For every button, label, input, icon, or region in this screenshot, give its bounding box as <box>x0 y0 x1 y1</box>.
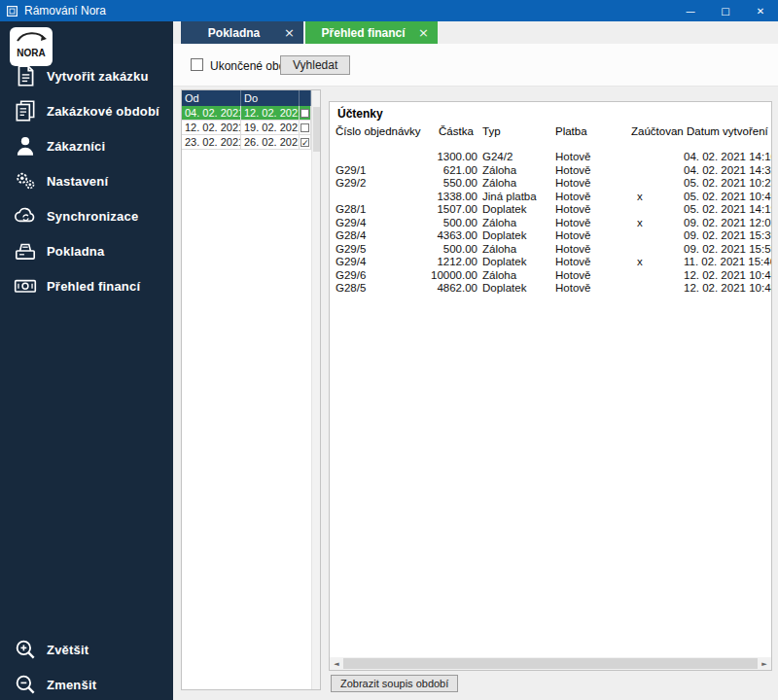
receipt-payment: Hotově <box>553 177 627 191</box>
tab-close-icon[interactable]: × <box>284 25 295 40</box>
receipt-type: Záloha <box>477 243 553 257</box>
sidebar-menu: Vytvořit zakázkuZakázkové obdobíZákazníc… <box>0 58 173 303</box>
receipt-row[interactable]: G29/4500.00ZálohaHotověx09. 02. 2021 12:… <box>330 217 771 230</box>
scroll-thumb[interactable] <box>343 658 758 669</box>
receipt-type: Doplatek <box>477 256 553 269</box>
tab-label: Pokladna <box>190 26 278 40</box>
zoom-in-icon <box>13 637 38 662</box>
receipt-type: G24/2 <box>477 151 553 164</box>
receipt-row[interactable]: 1338.00Jiná platbaHotověx05. 02. 2021 10… <box>330 191 771 204</box>
receipts-column-header-4[interactable]: Platba <box>553 125 627 137</box>
sidebar-item-pokladna[interactable]: Pokladna <box>0 233 173 268</box>
receipt-payment: Hotově <box>553 256 627 269</box>
titlebar: Rámování Nora — □ ✕ <box>0 0 778 21</box>
receipts-column-header-6[interactable]: Datum vytvoření <box>684 125 771 137</box>
receipt-row[interactable]: 1300.00G24/2Hotově04. 02. 2021 14:10 <box>330 151 771 164</box>
receipt-posted <box>627 243 684 257</box>
receipt-posted <box>627 229 684 243</box>
receipt-row[interactable]: G29/41212.00DoplatekHotověx11. 02. 2021 … <box>330 256 771 269</box>
tab-close-icon[interactable]: × <box>418 25 429 40</box>
sidebar-item-zakaznici[interactable]: Zákazníci <box>0 128 173 163</box>
receipt-order-number <box>330 151 427 164</box>
period-check-cell <box>300 106 311 120</box>
receipt-created: 11. 02. 2021 15:46 <box>684 256 771 269</box>
receipt-amount: 1338.00 <box>427 191 477 204</box>
sidebar-zoom-menu: ZvětšitZmenšit <box>0 632 173 700</box>
receipt-amount: 1507.00 <box>427 203 477 217</box>
receipt-order-number: G29/5 <box>330 243 427 257</box>
tab-prehled-financi[interactable]: Přehled financí × <box>305 21 438 44</box>
periods-vscrollbar[interactable] <box>311 90 320 689</box>
period-od: 23. 02. 2021 <box>182 135 241 149</box>
period-checkbox[interactable] <box>301 123 309 132</box>
sidebar-item-prehled-financi[interactable]: Přehled financí <box>0 268 173 303</box>
receipts-hscrollbar[interactable]: ◄ ► <box>330 657 771 670</box>
app-window: Rámování Nora — □ ✕ NORA Vytvořit zakázk… <box>0 0 778 700</box>
receipt-row[interactable]: G28/54862.00DoplatekHotově12. 02. 2021 1… <box>330 282 771 296</box>
receipts-header: Číslo objednávkyČástkaTypPlatbaZaúčtovan… <box>330 125 771 137</box>
period-checkbox[interactable]: ✓ <box>301 138 309 147</box>
sidebar-item-label: Pokladna <box>47 244 104 259</box>
receipts-panel: Účtenky Číslo objednávkyČástkaTypPlatbaZ… <box>329 101 772 671</box>
receipt-order-number <box>330 191 427 204</box>
finance-icon <box>13 273 38 298</box>
window-controls: — □ ✕ <box>673 0 778 21</box>
close-button[interactable]: ✕ <box>743 0 778 21</box>
search-button[interactable]: Vyhledat <box>280 55 350 75</box>
receipt-row[interactable]: G28/11507.00DoplatekHotově05. 02. 2021 1… <box>330 203 771 217</box>
minimize-button[interactable]: — <box>673 0 708 21</box>
receipt-row[interactable]: G29/5500.00ZálohaHotově09. 02. 2021 15:5… <box>330 243 771 257</box>
sidebar: NORA Vytvořit zakázkuZakázkové obdobíZák… <box>0 21 173 700</box>
receipts-column-header-2[interactable]: Částka <box>427 125 477 137</box>
sidebar-item-nastaveni[interactable]: Nastavení <box>0 163 173 198</box>
period-row[interactable]: 12. 02. 202119. 02. 2021 <box>182 121 311 135</box>
period-do: 19. 02. 2021 <box>241 121 300 134</box>
receipt-payment: Hotově <box>553 229 627 243</box>
tab-pokladna[interactable]: Pokladna × <box>181 21 303 44</box>
receipts-column-header-1[interactable]: Číslo objednávky <box>330 125 427 137</box>
period-do: 26. 02. 2021 <box>241 135 300 149</box>
periods-header-do[interactable]: Do <box>241 90 300 106</box>
receipt-payment: Hotově <box>553 203 627 217</box>
create-order-icon <box>13 63 38 88</box>
sidebar-item-synchronizace[interactable]: Synchronizace <box>0 198 173 233</box>
period-row[interactable]: 04. 02. 202112. 02. 2021 <box>182 106 311 121</box>
scroll-left-icon[interactable]: ◄ <box>330 657 343 670</box>
scroll-right-icon[interactable]: ► <box>758 657 771 670</box>
receipt-posted: x <box>627 191 684 204</box>
sidebar-item-label: Zakázkové období <box>47 104 159 119</box>
period-checkbox[interactable] <box>301 109 309 118</box>
app-frame-icon <box>6 5 18 18</box>
filter-bar: Ukončené období Vyhledat <box>173 44 778 87</box>
receipt-order-number: G28/1 <box>330 203 427 217</box>
receipt-payment: Hotově <box>553 191 627 204</box>
periods-header-od[interactable]: Od <box>182 90 241 106</box>
show-period-summary-button[interactable]: Zobrazit soupis období <box>331 675 458 692</box>
sidebar-item-zakazkove-obdobi[interactable]: Zakázkové období <box>0 93 173 128</box>
finished-period-checkbox[interactable] <box>191 58 203 71</box>
period-row[interactable]: 23. 02. 202126. 02. 2021✓ <box>182 135 311 150</box>
sidebar-item-label: Zvětšit <box>47 643 88 657</box>
receipt-payment: Hotově <box>553 269 627 283</box>
receipt-posted: x <box>627 217 684 230</box>
period-check-cell <box>300 121 311 134</box>
receipt-row[interactable]: G29/1621.00ZálohaHotově04. 02. 2021 14:3… <box>330 164 771 178</box>
sidebar-item-zmensit[interactable]: Zmenšit <box>0 667 173 700</box>
maximize-button[interactable]: □ <box>708 0 743 21</box>
receipt-type: Doplatek <box>477 282 553 296</box>
settings-icon <box>13 168 38 193</box>
period-check-cell: ✓ <box>300 135 311 149</box>
receipt-type: Záloha <box>477 164 553 178</box>
receipt-amount: 500.00 <box>427 243 477 257</box>
receipts-column-header-3[interactable]: Typ <box>477 125 553 137</box>
zoom-out-icon <box>13 672 38 697</box>
receipts-column-header-5[interactable]: Zaúčtovaná <box>627 125 684 137</box>
receipt-order-number: G29/4 <box>330 217 427 230</box>
receipt-row[interactable]: G28/44363.00DoplatekHotově09. 02. 2021 1… <box>330 229 771 243</box>
receipt-order-number: G29/2 <box>330 177 427 191</box>
receipt-row[interactable]: G29/610000.00ZálohaHotově12. 02. 2021 10… <box>330 269 771 283</box>
sidebar-item-zvetsit[interactable]: Zvětšit <box>0 632 173 667</box>
sidebar-item-vytvorit-zakazku[interactable]: Vytvořit zakázku <box>0 58 173 93</box>
receipt-row[interactable]: G29/2550.00ZálohaHotově05. 02. 2021 10:2… <box>330 177 771 191</box>
scroll-thumb[interactable] <box>313 107 320 152</box>
